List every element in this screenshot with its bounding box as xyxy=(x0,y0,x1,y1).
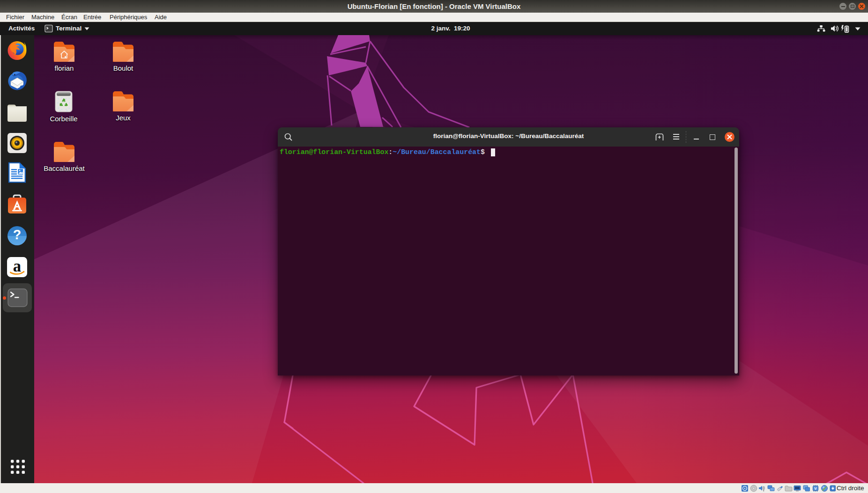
svg-text:?: ? xyxy=(13,227,22,242)
svg-text:V: V xyxy=(814,486,817,491)
svg-text:a: a xyxy=(13,257,21,275)
